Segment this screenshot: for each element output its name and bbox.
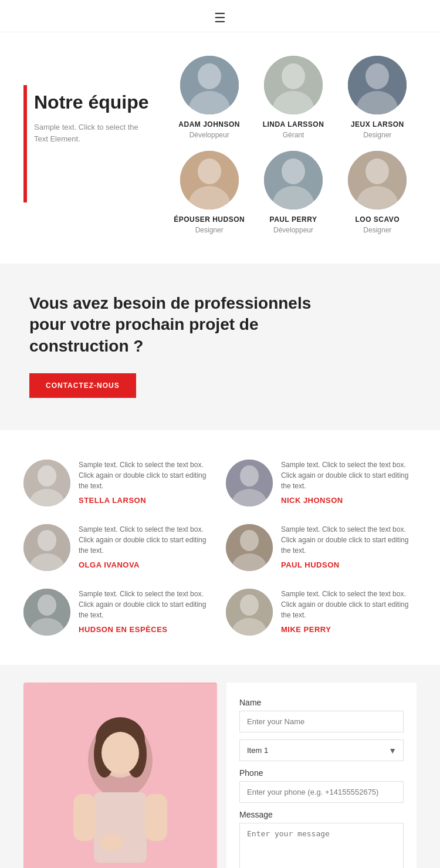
member-role: Designer [363, 226, 391, 234]
list-item: Sample text. Click to select the text bo… [226, 460, 417, 506]
svg-point-34 [240, 595, 259, 616]
svg-point-13 [282, 158, 305, 184]
select-wrapper: Item 1 Item 2 Item 3 ▼ [239, 739, 404, 761]
message-label: Message [239, 810, 404, 819]
member-role: Designer [195, 226, 224, 234]
list-name: STELLA LARSON [79, 496, 214, 505]
svg-point-19 [38, 465, 56, 487]
svg-point-16 [365, 158, 389, 184]
svg-point-31 [38, 595, 56, 616]
avatar [348, 56, 407, 114]
phone-input[interactable] [239, 781, 404, 803]
list-content: Sample text. Click to select the text bo… [79, 460, 214, 505]
list-description: Sample text. Click to select the text bo… [281, 524, 417, 556]
member-name: JEUX LARSON [351, 120, 404, 129]
contact-image [23, 683, 217, 868]
team-description: Sample text. Click to select the Text El… [23, 121, 153, 144]
avatar [180, 56, 239, 114]
red-accent-bar [23, 85, 27, 202]
list-content: Sample text. Click to select the text bo… [281, 589, 417, 634]
list-description: Sample text. Click to select the text bo… [79, 460, 214, 491]
cta-section: Vous avez besoin de professionnels pour … [0, 264, 440, 430]
svg-point-42 [101, 732, 139, 774]
list-description: Sample text. Click to select the text bo… [281, 589, 417, 620]
team-section: Notre équipe Sample text. Click to selec… [0, 32, 440, 264]
list-item: Sample text. Click to select the text bo… [23, 524, 214, 571]
cta-title: Vous avez besoin de professionnels pour … [29, 293, 334, 357]
member-name: PAUL PERRY [270, 215, 317, 224]
member-role: Gérant [283, 131, 304, 139]
contact-form: Name Item 1 Item 2 Item 3 ▼ Phone Messag… [226, 683, 417, 868]
list-name: MIKE PERRY [281, 625, 417, 634]
team-list-section: Sample text. Click to select the text bo… [0, 430, 440, 665]
avatar [23, 589, 70, 636]
list-description: Sample text. Click to select the text bo… [281, 460, 417, 491]
team-intro: Notre équipe Sample text. Click to selec… [23, 56, 153, 234]
avatar [23, 460, 70, 506]
list-item: Sample text. Click to select the text bo… [23, 460, 214, 506]
list-name: HUDSON EN ESPÈCES [79, 625, 214, 634]
team-grid: ADAM JOHNSON Développeur LINDA LARSSON G… [170, 56, 417, 234]
team-member: LOO SCAVO Designer [339, 151, 417, 234]
avatar [226, 589, 273, 636]
avatar [264, 56, 323, 114]
member-name: ADAM JOHNSON [178, 120, 240, 129]
list-description: Sample text. Click to select the text bo… [79, 524, 214, 556]
name-label: Name [239, 698, 404, 707]
member-role: Designer [363, 131, 391, 139]
list-description: Sample text. Click to select the text bo… [79, 589, 214, 620]
list-content: Sample text. Click to select the text bo… [79, 589, 214, 634]
team-member: LINDA LARSSON Gérant [254, 56, 332, 139]
list-content: Sample text. Click to select the text bo… [281, 524, 417, 569]
message-input[interactable] [239, 823, 404, 868]
svg-point-4 [282, 63, 305, 89]
contact-section: Name Item 1 Item 2 Item 3 ▼ Phone Messag… [0, 665, 440, 868]
member-name: LINDA LARSSON [263, 120, 324, 129]
avatar [226, 460, 273, 506]
contact-button[interactable]: CONTACTEZ-NOUS [29, 373, 136, 398]
svg-point-1 [198, 63, 221, 89]
list-item: Sample text. Click to select the text bo… [226, 589, 417, 636]
team-member: ADAM JOHNSON Développeur [170, 56, 248, 139]
name-input[interactable] [239, 711, 404, 732]
list-item: Sample text. Click to select the text bo… [23, 589, 214, 636]
avatar [264, 151, 323, 210]
avatar [226, 524, 273, 571]
svg-point-28 [240, 530, 259, 551]
svg-rect-43 [94, 792, 147, 863]
svg-point-25 [38, 530, 56, 551]
avatar [180, 151, 239, 210]
svg-point-22 [240, 465, 259, 487]
team-member: JEUX LARSON Designer [339, 56, 417, 139]
avatar [348, 151, 407, 210]
team-list-grid: Sample text. Click to select the text bo… [23, 460, 417, 636]
list-content: Sample text. Click to select the text bo… [79, 524, 214, 569]
svg-rect-45 [145, 794, 167, 841]
phone-label: Phone [239, 768, 404, 778]
svg-point-10 [198, 158, 221, 184]
avatar [23, 524, 70, 571]
team-title: Notre équipe [23, 91, 153, 113]
member-role: Développeur [189, 131, 229, 139]
member-name: ÉPOUSER HUDSON [174, 215, 245, 224]
svg-point-46 [100, 834, 123, 850]
svg-rect-44 [73, 794, 96, 841]
menu-icon[interactable]: ☰ [214, 11, 226, 26]
header: ☰ [0, 0, 440, 32]
member-role: Développeur [273, 226, 313, 234]
list-name: NICK JHONSON [281, 496, 417, 505]
list-name: PAUL HUDSON [281, 560, 417, 569]
member-name: LOO SCAVO [356, 215, 400, 224]
team-member: ÉPOUSER HUDSON Designer [170, 151, 248, 234]
list-name: OLGA IVANOVA [79, 560, 214, 569]
list-content: Sample text. Click to select the text bo… [281, 460, 417, 505]
team-member: PAUL PERRY Développeur [254, 151, 332, 234]
svg-point-7 [365, 63, 389, 89]
list-item: Sample text. Click to select the text bo… [226, 524, 417, 571]
category-select[interactable]: Item 1 Item 2 Item 3 [239, 739, 404, 761]
